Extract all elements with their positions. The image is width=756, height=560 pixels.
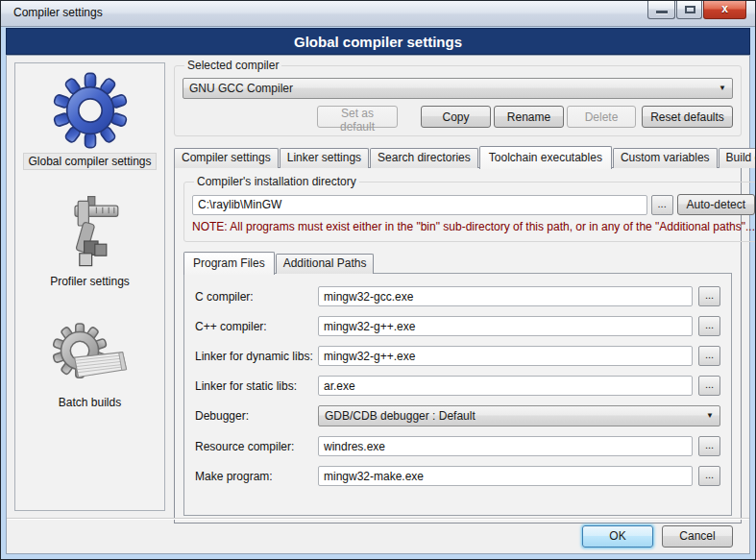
selected-compiler-legend: Selected compiler bbox=[184, 59, 281, 72]
compiler-settings-dialog: Compiler settings x Global compiler sett… bbox=[0, 0, 756, 560]
paths-subtabstrip: Program Files Additional Paths bbox=[183, 252, 732, 274]
dialog-content: Global compiler settings bbox=[6, 55, 750, 554]
chevron-down-icon: ▼ bbox=[706, 406, 714, 426]
field-label: Debugger: bbox=[195, 409, 318, 423]
main-panel: Selected compiler GNU GCC Compiler ▼ Set… bbox=[174, 59, 742, 513]
note-text: NOTE: All programs must exist either in … bbox=[192, 220, 755, 233]
auto-detect-button[interactable]: Auto-detect bbox=[677, 194, 755, 215]
tab-search-directories[interactable]: Search directories bbox=[370, 148, 478, 168]
program-files-panel: C compiler: ... C++ compiler: ... bbox=[183, 273, 732, 516]
field-label: Linker for static libs: bbox=[195, 379, 318, 393]
copy-button[interactable]: Copy bbox=[421, 106, 491, 128]
sidebar-item-label: Profiler settings bbox=[46, 274, 134, 289]
field-row-make-program: Make program: ... bbox=[195, 466, 720, 486]
field-row-static-linker: Linker for static libs: ... bbox=[195, 376, 720, 396]
installation-directory-group: Compiler's installation directory ... Au… bbox=[183, 175, 756, 242]
browse-directory-button[interactable]: ... bbox=[651, 195, 673, 215]
compiler-button-row: Set as default Copy Rename Delete Reset … bbox=[183, 106, 733, 128]
tab-build-options[interactable]: Build options bbox=[719, 148, 756, 168]
window-title: Compiler settings bbox=[13, 6, 103, 19]
delete-button[interactable]: Delete bbox=[567, 106, 636, 128]
close-button[interactable]: x bbox=[703, 1, 746, 19]
chevron-down-icon: ▼ bbox=[719, 79, 726, 98]
selected-compiler-group: Selected compiler GNU GCC Compiler ▼ Set… bbox=[174, 59, 742, 136]
sidebar-item-profiler-settings[interactable]: Profiler settings bbox=[15, 195, 164, 289]
caption-buttons: x bbox=[646, 1, 746, 19]
make-program-input[interactable] bbox=[318, 466, 693, 486]
installation-directory-input[interactable] bbox=[192, 195, 647, 215]
cpp-compiler-input[interactable] bbox=[318, 316, 693, 336]
field-row-debugger: Debugger: GDB/CDB debugger : Default ▼ bbox=[195, 405, 720, 426]
subtab-additional-paths[interactable]: Additional Paths bbox=[276, 254, 375, 274]
field-label: C compiler: bbox=[195, 290, 318, 304]
dynamic-linker-input[interactable] bbox=[318, 346, 693, 366]
set-as-default-button[interactable]: Set as default bbox=[317, 106, 398, 128]
settings-category-list: Global compiler settings bbox=[14, 62, 165, 511]
ok-button[interactable]: OK bbox=[582, 525, 653, 548]
field-label: Linker for dynamic libs: bbox=[195, 350, 318, 363]
sidebar-item-label: Batch builds bbox=[55, 395, 125, 410]
browse-make-program-button[interactable]: ... bbox=[698, 466, 720, 486]
browse-c-compiler-button[interactable]: ... bbox=[698, 286, 720, 306]
rename-button[interactable]: Rename bbox=[494, 106, 564, 128]
debugger-select-value: GDB/CDB debugger : Default bbox=[325, 409, 476, 423]
field-row-cpp-compiler: C++ compiler: ... bbox=[195, 316, 720, 336]
reset-defaults-button[interactable]: Reset defaults bbox=[642, 106, 733, 128]
dialog-footer: OK Cancel bbox=[7, 518, 749, 553]
minimize-icon bbox=[656, 11, 668, 13]
sidebar-item-label: Global compiler settings bbox=[23, 153, 156, 170]
cancel-button[interactable]: Cancel bbox=[662, 525, 733, 548]
resource-compiler-input[interactable] bbox=[318, 436, 693, 456]
titlebar[interactable]: Compiler settings x bbox=[1, 1, 755, 27]
settings-tabstrip: Compiler settings Linker settings Search… bbox=[174, 145, 742, 168]
field-row-c-compiler: C compiler: ... bbox=[195, 286, 720, 306]
installation-directory-row: ... Auto-detect bbox=[192, 194, 755, 215]
field-label: Make program: bbox=[195, 470, 318, 483]
toolchain-executables-page: Compiler's installation directory ... Au… bbox=[174, 167, 742, 523]
debugger-select[interactable]: GDB/CDB debugger : Default ▼ bbox=[318, 405, 720, 426]
maximize-icon bbox=[685, 6, 695, 13]
browse-dynamic-linker-button[interactable]: ... bbox=[698, 346, 720, 366]
tab-linker-settings[interactable]: Linker settings bbox=[280, 148, 369, 168]
static-linker-input[interactable] bbox=[318, 376, 693, 396]
browse-resource-compiler-button[interactable]: ... bbox=[698, 436, 720, 456]
tab-toolchain-executables[interactable]: Toolchain executables bbox=[479, 146, 612, 169]
page-title: Global compiler settings bbox=[6, 28, 750, 55]
tab-custom-variables[interactable]: Custom variables bbox=[613, 148, 718, 168]
compiler-select-value: GNU GCC Compiler bbox=[189, 82, 293, 95]
installation-directory-legend: Compiler's installation directory bbox=[194, 175, 359, 188]
sidebar-item-global-compiler-settings[interactable]: Global compiler settings bbox=[15, 70, 164, 170]
field-row-dynamic-linker: Linker for dynamic libs: ... bbox=[195, 346, 720, 366]
field-row-resource-compiler: Resource compiler: ... bbox=[195, 436, 720, 456]
blue-gear-icon bbox=[49, 70, 132, 151]
subtab-program-files[interactable]: Program Files bbox=[183, 252, 275, 275]
close-icon: x bbox=[704, 2, 745, 15]
field-label: Resource compiler: bbox=[195, 440, 318, 453]
browse-cpp-compiler-button[interactable]: ... bbox=[698, 316, 720, 336]
minimize-button[interactable] bbox=[647, 1, 675, 19]
tab-compiler-settings[interactable]: Compiler settings bbox=[174, 148, 279, 168]
caliper-icon bbox=[49, 195, 132, 272]
c-compiler-input[interactable] bbox=[318, 286, 693, 306]
sidebar-item-batch-builds[interactable]: Batch builds bbox=[15, 316, 164, 410]
gear-stack-icon bbox=[49, 316, 132, 393]
maximize-button[interactable] bbox=[676, 1, 702, 19]
field-label: C++ compiler: bbox=[195, 320, 318, 333]
browse-static-linker-button[interactable]: ... bbox=[698, 376, 720, 396]
compiler-select[interactable]: GNU GCC Compiler ▼ bbox=[183, 78, 733, 99]
